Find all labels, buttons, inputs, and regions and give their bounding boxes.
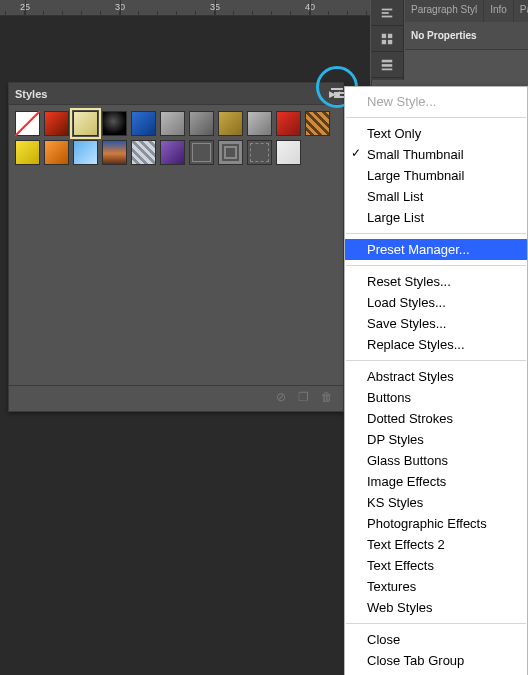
style-swatch[interactable] [15, 111, 40, 136]
right-tabs: Paragraph StylInfoParagra [405, 0, 528, 22]
menu-item[interactable]: Image Effects [345, 471, 527, 492]
svg-rect-2 [382, 15, 393, 17]
style-swatch[interactable] [131, 140, 156, 165]
panel-icon-column [371, 0, 404, 80]
style-swatch[interactable] [218, 111, 243, 136]
style-swatch[interactable] [247, 140, 272, 165]
style-swatch[interactable] [189, 111, 214, 136]
panel-tab[interactable]: Paragra [514, 0, 528, 22]
menu-separator [346, 265, 526, 266]
menu-item[interactable]: Glass Buttons [345, 450, 527, 471]
menu-item[interactable]: Dotted Strokes [345, 408, 527, 429]
menu-item[interactable]: Close Tab Group [345, 650, 527, 671]
swatches-icon[interactable] [371, 26, 403, 52]
svg-rect-9 [382, 68, 393, 70]
menu-item[interactable]: Buttons [345, 387, 527, 408]
svg-rect-3 [382, 33, 386, 37]
menu-item[interactable]: KS Styles [345, 492, 527, 513]
svg-rect-6 [388, 39, 392, 43]
panel-tab[interactable]: Info [484, 0, 514, 22]
style-swatch[interactable] [189, 140, 214, 165]
menu-item[interactable]: Close [345, 629, 527, 650]
style-swatch[interactable] [73, 140, 98, 165]
layers-icon[interactable] [371, 52, 403, 78]
menu-item[interactable]: Preset Manager... [345, 239, 527, 260]
svg-rect-7 [382, 59, 393, 62]
style-swatch[interactable] [276, 111, 301, 136]
panel-tab[interactable]: Paragraph Styl [405, 0, 484, 22]
menu-item[interactable]: Large Thumbnail [345, 165, 527, 186]
horizontal-ruler: 25303540 [0, 0, 370, 16]
menu-item[interactable]: Save Styles... [345, 313, 527, 334]
menu-item[interactable]: Large List [345, 207, 527, 228]
style-swatch[interactable] [102, 140, 127, 165]
styles-panel-flyout-menu: New Style...Text OnlySmall ThumbnailLarg… [344, 86, 528, 675]
style-swatch[interactable] [276, 140, 301, 165]
menu-item[interactable]: Text Effects [345, 555, 527, 576]
menu-separator [346, 117, 526, 118]
menu-separator [346, 360, 526, 361]
style-swatch[interactable] [44, 140, 69, 165]
style-swatch[interactable] [218, 140, 243, 165]
style-swatch[interactable] [247, 111, 272, 136]
style-swatch[interactable] [131, 111, 156, 136]
svg-rect-5 [382, 39, 386, 43]
trash-icon[interactable]: 🗑 [321, 390, 333, 404]
svg-line-10 [15, 111, 40, 136]
style-swatch[interactable] [73, 111, 98, 136]
menu-item[interactable]: Web Styles [345, 597, 527, 618]
svg-rect-0 [382, 8, 393, 10]
menu-item[interactable]: Reset Styles... [345, 271, 527, 292]
styles-panel: Styles ▶◀ ⊘ ❐ 🗑 [8, 82, 344, 412]
svg-rect-1 [382, 12, 389, 14]
style-swatch[interactable] [44, 111, 69, 136]
no-properties-label: No Properties [405, 22, 528, 50]
style-swatch[interactable] [160, 140, 185, 165]
menu-separator [346, 623, 526, 624]
menu-icon [331, 88, 343, 90]
svg-rect-8 [382, 64, 393, 67]
style-swatch[interactable] [160, 111, 185, 136]
style-swatch[interactable] [305, 111, 330, 136]
menu-item[interactable]: Photographic Effects [345, 513, 527, 534]
styles-swatch-grid [9, 105, 343, 385]
paragraph-styles-icon[interactable] [371, 0, 403, 26]
menu-item[interactable]: Text Effects 2 [345, 534, 527, 555]
new-style-icon[interactable]: ❐ [298, 390, 309, 404]
menu-item[interactable]: Text Only [345, 123, 527, 144]
style-swatch[interactable] [102, 111, 127, 136]
styles-panel-header: Styles ▶◀ [9, 83, 343, 105]
menu-item[interactable]: Textures [345, 576, 527, 597]
not-allowed-icon[interactable]: ⊘ [276, 390, 286, 404]
menu-item[interactable]: DP Styles [345, 429, 527, 450]
styles-panel-footer: ⊘ ❐ 🗑 [9, 385, 343, 407]
menu-item[interactable]: Abstract Styles [345, 366, 527, 387]
menu-item[interactable]: Small Thumbnail [345, 144, 527, 165]
menu-separator [346, 233, 526, 234]
menu-item[interactable]: Load Styles... [345, 292, 527, 313]
menu-item[interactable]: Replace Styles... [345, 334, 527, 355]
menu-item: New Style... [345, 91, 527, 112]
styles-panel-title: Styles [15, 88, 47, 100]
style-swatch[interactable] [15, 140, 40, 165]
svg-rect-4 [388, 33, 392, 37]
menu-item[interactable]: Small List [345, 186, 527, 207]
